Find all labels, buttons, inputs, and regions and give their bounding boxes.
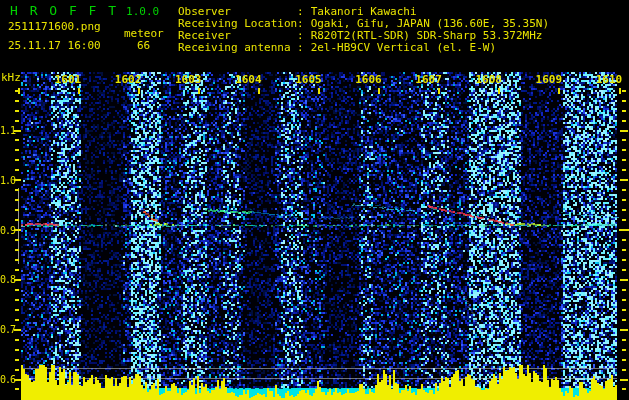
time-axis-label: 1608 (473, 73, 505, 86)
freq-axis-unit: kHz (1, 71, 21, 84)
time-axis-label: 1606 (353, 73, 385, 86)
freq-axis-label: 1.1 (0, 125, 15, 136)
time-axis-label: 1603 (172, 73, 204, 86)
echo-count: 66 (137, 39, 150, 52)
freq-axis-label: 0.7 (0, 324, 15, 335)
freq-axis-label: 0.9 (0, 225, 15, 236)
info-value: 2el-HB9CV Vertical (el. E-W) (311, 42, 496, 54)
spectrogram-canvas (0, 0, 629, 400)
freq-axis-label: 1.0 (0, 175, 15, 186)
info-row: Receiving antenna:2el-HB9CV Vertical (el… (178, 42, 549, 54)
station-info: Observer:Takanori KawachiReceiving Locat… (178, 6, 549, 54)
observation-datetime: 25.11.17 16:00 (8, 39, 101, 52)
app-name: H R O F F T (10, 3, 118, 18)
app-title: H R O F F T1.0.0 (10, 3, 159, 18)
time-axis-label: 1604 (232, 73, 264, 86)
time-axis-label: 1610 (593, 73, 625, 86)
app-version: 1.0.0 (126, 5, 159, 18)
time-axis-label: 1605 (292, 73, 324, 86)
info-label: Receiving antenna (178, 42, 297, 54)
time-axis-label: 1607 (413, 73, 445, 86)
time-axis-label: 1609 (533, 73, 565, 86)
freq-axis-label: 0.6 (0, 374, 15, 385)
output-filename: 2511171600.png (8, 20, 101, 33)
info-separator: : (297, 42, 304, 54)
time-axis-label: 1601 (52, 73, 84, 86)
time-axis-label: 1602 (112, 73, 144, 86)
hrofft-window: H R O F F T1.0.0 2511171600.png meteor 2… (0, 0, 629, 400)
freq-axis-label: 0.8 (0, 274, 15, 285)
